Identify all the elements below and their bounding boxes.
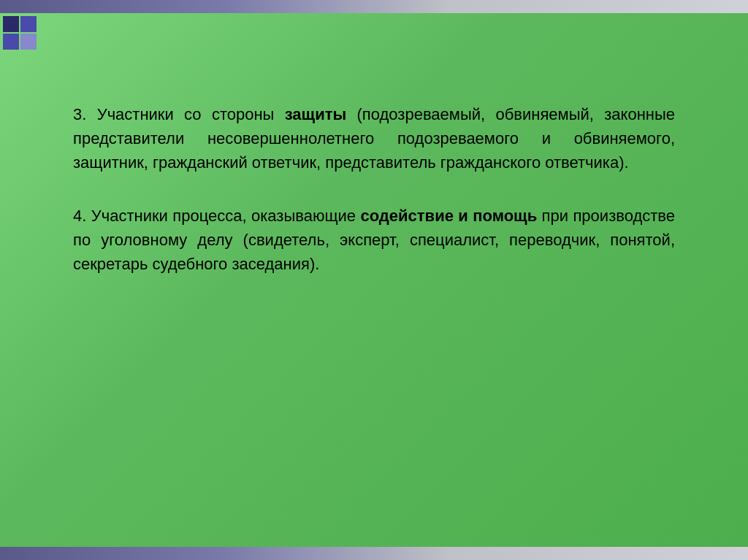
para4-number: 4. (73, 207, 86, 225)
decor-row-1 (3, 16, 37, 32)
para3-text-before: Участники со стороны (86, 105, 284, 123)
para3-bold: защиты (285, 105, 347, 123)
paragraph-3: 3. Участники со стороны защиты (подозрев… (73, 102, 675, 174)
slide-container: 3. Участники со стороны защиты (подозрев… (0, 0, 748, 560)
bottom-bar (0, 547, 748, 560)
para3-number: 3. (73, 105, 86, 123)
para4-bold: содействие и помощь (360, 207, 537, 225)
content-box: 3. Участники со стороны защиты (подозрев… (44, 80, 704, 502)
para4-text-before: Участники процесса, оказывающие (86, 207, 360, 225)
decor-square-4 (20, 34, 37, 50)
decor-square-1 (3, 16, 19, 32)
top-left-decor (0, 13, 39, 53)
paragraph-4: 4. Участники процесса, оказывающие содей… (73, 204, 675, 276)
decor-row-2 (3, 34, 37, 50)
top-bar (0, 0, 748, 13)
decor-square-2 (20, 16, 37, 32)
decor-square-3 (3, 34, 19, 50)
